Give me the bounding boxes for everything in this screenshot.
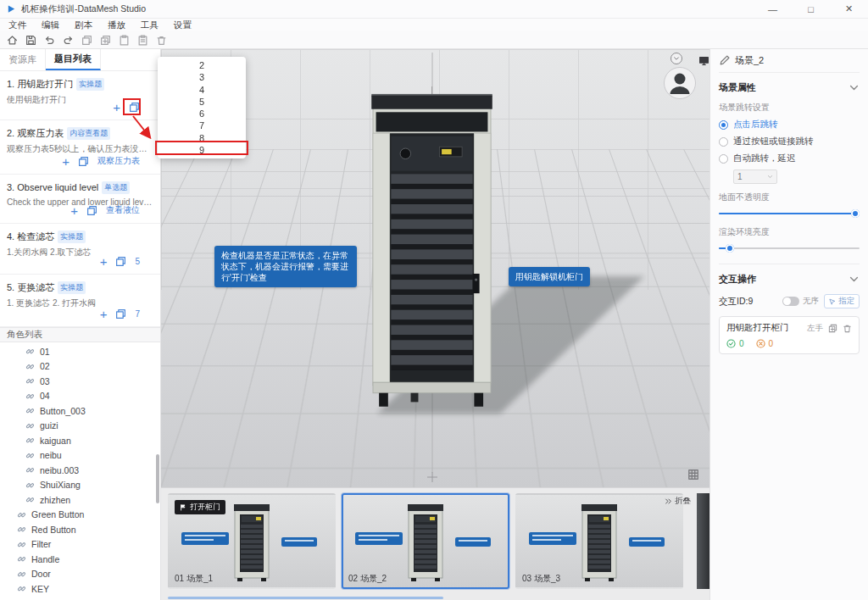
save-icon[interactable] [25,35,36,46]
jump-option-2[interactable]: 通过按钮或链接跳转 [719,136,860,147]
slider-knob[interactable] [851,209,860,218]
question-action-label[interactable]: 观察压力表 [97,155,140,167]
interaction-header[interactable]: 交互操作 [719,273,860,286]
interaction-item-card[interactable]: 用钥匙打开柜门 左手 0 0 [719,316,860,354]
role-item[interactable]: 04 [0,389,160,404]
radio-icon[interactable] [719,137,728,147]
delete-icon[interactable] [156,35,167,46]
question-card-4[interactable]: 4. 检查滤芯实操题 1.关闭水阀 2.取下滤芯 + 5 [0,224,160,275]
presenter-avatar[interactable] [663,66,697,100]
add-step-icon[interactable]: + [62,156,70,167]
add-step-icon[interactable]: + [100,256,108,267]
scene-properties-header[interactable]: 场景属性 [719,81,860,94]
copy-icon[interactable] [81,35,92,46]
callout-check-machine[interactable]: 检查机器是否是正常状态，在异常状态下，机器会进行报警，需要进行'开门'检查 [214,246,357,287]
environment-brightness-slider[interactable] [719,243,860,253]
home-icon[interactable] [7,35,18,46]
dropdown-item-7[interactable]: 7 [158,119,246,131]
menu-script[interactable]: 剧本 [75,19,92,31]
minimize-button[interactable]: — [754,0,792,18]
interaction-count-icon[interactable] [115,256,126,267]
role-item[interactable]: 02 [0,359,160,375]
dropdown-item-5[interactable]: 5 [158,96,246,108]
role-item[interactable]: Lid [0,597,160,600]
close-button[interactable]: ✕ [830,0,868,18]
dropdown-item-2[interactable]: 2 [158,59,246,71]
interaction-count-icon[interactable] [86,205,97,216]
dropdown-item-8[interactable]: 8 [158,132,246,144]
delay-input[interactable]: 1 [733,169,777,184]
scene-thumbnail-1[interactable]: 打开柜门01 场景_1 [168,493,336,589]
role-item[interactable]: 01 [0,344,160,359]
role-item[interactable]: zhizhen [0,492,160,508]
count-dropdown[interactable]: 23456789 [158,57,246,158]
role-item[interactable]: 03 [0,374,160,389]
monitor-view-icon[interactable] [698,55,709,66]
question-card-5[interactable]: 5. 更换滤芯实操题 1. 更换滤芯 2. 打开水阀 + 7 [0,275,160,327]
scene-thumbnail-partial[interactable] [697,493,709,589]
delete-icon[interactable] [843,324,852,333]
menu-settings[interactable]: 设置 [174,19,192,31]
interaction-count: 7 [135,309,140,319]
edit-scene-name-icon[interactable] [719,55,730,66]
add-step-icon[interactable]: + [100,308,108,319]
interaction-count-icon[interactable] [115,308,126,319]
menu-tools[interactable]: 工具 [141,19,159,31]
ground-opacity-slider[interactable] [719,208,860,219]
role-name: neibu.003 [40,465,79,475]
interaction-count-icon[interactable] [129,102,140,113]
add-step-icon[interactable]: + [70,205,78,216]
callout-unlock-door[interactable]: 用钥匙解锁机柜门 [509,267,590,286]
server-cabinet-model[interactable] [358,86,506,419]
collapse-timeline-button[interactable]: 折叠 [665,496,691,507]
role-item[interactable]: neibu.003 [0,463,160,478]
undo-icon[interactable] [44,35,55,46]
collapse-avatar-icon[interactable] [670,53,682,64]
link-icon [17,584,26,593]
menu-play[interactable]: 播放 [108,19,125,31]
grid-toggle-icon[interactable] [687,469,699,481]
role-item[interactable]: guizi [0,419,160,434]
radio-icon[interactable] [719,120,728,130]
role-item[interactable]: Green Button [0,508,160,523]
question-card-1[interactable]: 1. 用钥匙打开门实操题 使用钥匙打开门 + [0,71,160,120]
add-step-icon[interactable]: + [113,102,120,113]
interaction-count-icon[interactable] [78,156,89,167]
dropdown-item-4[interactable]: 4 [158,84,246,96]
role-item[interactable]: Red Button [0,522,160,537]
role-list-scrollbar[interactable] [156,454,159,503]
paste-icon[interactable] [119,35,130,46]
role-item[interactable]: KEY [0,581,160,597]
role-item[interactable]: neibu [0,448,160,464]
maximize-button[interactable]: □ [792,0,830,18]
redo-icon[interactable] [63,35,74,46]
scene-thumbnail-3[interactable]: 03 场景_3 [515,493,683,589]
slider-knob[interactable] [726,244,734,253]
dropdown-item-6[interactable]: 6 [158,108,246,119]
timeline-scrollbar[interactable] [168,597,443,599]
menu-file[interactable]: 文件 [8,19,26,31]
question-card-2[interactable]: 2. 观察压力表内容查看题 观察压力表5秒以上，确认压力表没有问题 + 观察压力… [0,120,160,175]
jump-option-3[interactable]: 自动跳转，延迟 [719,153,860,164]
question-action-label[interactable]: 查看液位 [106,204,140,216]
duplicate-icon[interactable] [828,324,837,333]
assign-button[interactable]: 指定 [824,294,860,308]
scene-thumbnail-2[interactable]: 02 场景_2 [342,493,509,589]
jump-option-1[interactable]: 点击后跳转 [719,119,860,131]
tab-question-list[interactable]: 题目列表 [46,49,101,70]
clipboard-icon[interactable] [137,35,148,46]
role-item[interactable]: Handle [0,552,160,567]
duplicate-icon[interactable] [100,35,111,46]
dropdown-item-9[interactable]: 9 [158,144,246,156]
role-item[interactable]: Button_003 [0,403,160,419]
dropdown-item-3[interactable]: 3 [158,71,246,83]
menu-edit[interactable]: 编辑 [42,19,59,31]
role-item[interactable]: Filter [0,537,160,553]
unordered-toggle[interactable] [782,297,799,306]
radio-icon[interactable] [719,154,728,164]
question-card-3[interactable]: 3. Observe liquid level单选题 Check the upp… [0,175,160,224]
role-item[interactable]: ShuiXiang [0,478,160,493]
role-item[interactable]: kaiguan [0,433,160,448]
role-item[interactable]: Door [0,567,160,582]
tab-resource-library[interactable]: 资源库 [0,49,46,70]
